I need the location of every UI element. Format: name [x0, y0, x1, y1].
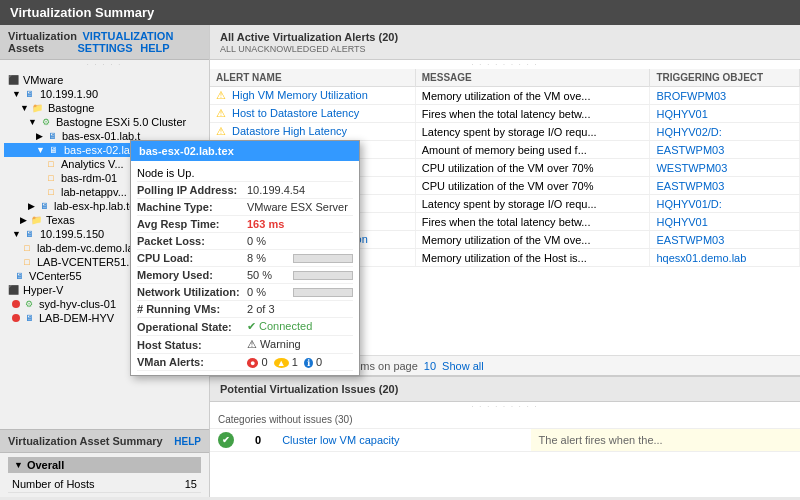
tree-label: bas-esx-01.lab.t	[62, 130, 140, 142]
items-per-page[interactable]: 10	[424, 360, 436, 372]
triggering-object-link[interactable]: WESTWPM03	[656, 162, 727, 174]
tooltip-packetloss-value: 0 %	[247, 235, 353, 247]
tooltip-avgresptime-label: Avg Resp Time:	[137, 218, 247, 230]
tooltip-node-status: Node is Up.	[137, 167, 194, 179]
tree-item-cluster1[interactable]: ▼ ⚙ Bastogne ESXi 5.0 Cluster	[4, 115, 205, 129]
tooltip-opstate-value: ✔ Connected	[247, 320, 353, 333]
tree-item-vmware[interactable]: ⬛ VMware	[4, 73, 205, 87]
alert-message-cell: Latency spent by storage I/O requ...	[415, 195, 650, 213]
tooltip-cpuload-label: CPU Load:	[137, 252, 247, 264]
triggering-object-link[interactable]: HQHYV01	[656, 108, 707, 120]
col-triggering-object: TRIGGERING OBJECT	[650, 69, 800, 87]
tooltip-avgresptime-value: 163 ms	[247, 218, 353, 230]
summary-row-value: 15	[185, 478, 197, 490]
triggering-object-link[interactable]: HQHYV02/D:	[656, 126, 721, 138]
host-icon: 🖥	[45, 130, 59, 142]
tree-label: Hyper-V	[23, 284, 63, 296]
alert-trigger-cell: HQHYV02/D:	[650, 123, 800, 141]
assets-help-link[interactable]: HELP	[140, 42, 169, 54]
host-icon: 🖥	[12, 270, 26, 282]
tooltip-avgresptime-row: Avg Resp Time: 163 ms	[137, 216, 353, 233]
status-dot-red	[12, 300, 20, 308]
vman-yellow-badge: ▲	[274, 358, 289, 368]
triggering-object-link[interactable]: hqesx01.demo.lab	[656, 252, 746, 264]
issue-count: 0	[255, 434, 261, 446]
host-icon: 🖥	[23, 228, 37, 240]
chevron-icon: ▼	[12, 229, 21, 239]
alerts-table-header: ALERT NAME MESSAGE TRIGGERING OBJECT	[210, 69, 800, 87]
alerts-subtitle: ALL UNACKNOWLEDGED ALERTS	[220, 44, 790, 54]
alert-message-cell: Memory utilization of the Host is...	[415, 249, 650, 267]
alert-trigger-cell: HQHYV01	[650, 105, 800, 123]
assets-panel-header: Virtualization Assets VIRTUALIZATION SET…	[0, 25, 209, 60]
tooltip-runningvms-row: # Running VMs: 2 of 3	[137, 301, 353, 318]
issue-desc-link[interactable]: Cluster low VM capacity	[282, 434, 399, 446]
tooltip-opstate-label: Operational State:	[137, 321, 247, 333]
chevron-icon: ▼	[20, 103, 29, 113]
tooltip-hoststatus-row: Host Status: ⚠ Warning	[137, 336, 353, 354]
tooltip-polling-label: Polling IP Address:	[137, 184, 247, 196]
vman-yellow-count: 1	[292, 356, 298, 368]
assets-header-label: Virtualization Assets	[8, 30, 78, 54]
tooltip-polling-row: Polling IP Address: 10.199.4.54	[137, 182, 353, 199]
tooltip-opstate-text: Connected	[259, 320, 312, 332]
alert-name-link[interactable]: High VM Memory Utilization	[232, 89, 368, 101]
vm-icon: □	[20, 242, 34, 254]
issue-status-icon: ✔	[218, 432, 234, 448]
issue-desc-cell[interactable]: Cluster low VM capacity	[274, 429, 530, 452]
tree-label: LAB-DEM-HYV	[39, 312, 114, 324]
tree-item-bastogne[interactable]: ▼ 📁 Bastogne	[4, 101, 205, 115]
alerts-section-title: All Active Virtualization Alerts (20) AL…	[210, 25, 800, 60]
host-icon: 🖥	[37, 200, 51, 212]
triggering-object-link[interactable]: HQHYV01	[656, 216, 707, 228]
chevron-icon: ▶	[36, 131, 43, 141]
vm-icon: □	[44, 158, 58, 170]
alert-message-cell: CPU utilization of the VM over 70%	[415, 159, 650, 177]
vm-icon: □	[44, 172, 58, 184]
drag-handle-top: · · · · ·	[0, 60, 209, 69]
chevron-down-icon[interactable]: ▼	[14, 460, 23, 470]
alert-warning-icon: ⚠	[216, 125, 226, 137]
asset-summary-section: Virtualization Asset Summary HELP ▼ Over…	[0, 429, 209, 497]
alert-trigger-cell: EASTWPM03	[650, 231, 800, 249]
tooltip-hoststatus-label: Host Status:	[137, 339, 247, 351]
asset-summary-label: Virtualization Asset Summary	[8, 435, 163, 447]
alert-name-cell: ⚠ Host to Datastore Latency	[210, 105, 415, 123]
tree-label: lab-esx-hp.lab.tex	[54, 200, 141, 212]
vman-blue-badge: ℹ	[304, 358, 313, 368]
alert-name-link[interactable]: Host to Datastore Latency	[232, 107, 359, 119]
asset-summary-help-link[interactable]: HELP	[174, 436, 201, 447]
tooltip-polling-value: 10.199.4.54	[247, 184, 353, 196]
table-row: ⚠ Host to Datastore Latency Fires when t…	[210, 105, 800, 123]
cpu-load-bar	[293, 254, 353, 263]
tooltip-popup: bas-esx-02.lab.tex Node is Up. Polling I…	[130, 140, 360, 376]
status-dot-red	[12, 314, 20, 322]
tooltip-runningvms-value: 2 of 3	[247, 303, 353, 315]
page-title: Virtualization Summary	[0, 0, 800, 25]
issues-table: ✔ 0 Cluster low VM capacity The alert fi…	[210, 429, 800, 452]
table-row: ⚠ Datastore High Latency Latency spent b…	[210, 123, 800, 141]
triggering-object-link[interactable]: EASTWPM03	[656, 144, 724, 156]
drag-handle-issues: · · · · · · · · ·	[210, 402, 800, 411]
triggering-object-link[interactable]: HQHYV01/D:	[656, 198, 721, 210]
triggering-object-link[interactable]: BROFWPM03	[656, 90, 726, 102]
alert-trigger-cell: EASTWPM03	[650, 141, 800, 159]
tree-item-ip1[interactable]: ▼ 🖥 10.199.1.90	[4, 87, 205, 101]
tree-label: Texas	[46, 214, 75, 226]
tree-label: syd-hyv-clus-01	[39, 298, 116, 310]
host-icon: 🖥	[23, 88, 37, 100]
issues-title-text: Potential Virtualization Issues (20)	[220, 383, 398, 395]
host-icon: 🖥	[22, 312, 36, 324]
issues-categories-label: Categories without issues (30)	[210, 411, 800, 429]
triggering-object-link[interactable]: EASTWPM03	[656, 234, 724, 246]
alert-trigger-cell: BROFWPM03	[650, 87, 800, 105]
tree-label: 10.199.5.150	[40, 228, 104, 240]
tooltip-vmanalerts-row: VMan Alerts: ● 0 ▲ 1 ℹ 0	[137, 354, 353, 371]
alert-name-link[interactable]: Datastore High Latency	[232, 125, 347, 137]
tooltip-vmanalerts-label: VMan Alerts:	[137, 356, 247, 368]
show-all-link[interactable]: Show all	[442, 360, 484, 372]
tooltip-memoryused-value: 50 %	[247, 269, 289, 281]
tooltip-networkutil-label: Network Utilization:	[137, 286, 247, 298]
tree-label: Analytics V...	[61, 158, 124, 170]
triggering-object-link[interactable]: EASTWPM03	[656, 180, 724, 192]
